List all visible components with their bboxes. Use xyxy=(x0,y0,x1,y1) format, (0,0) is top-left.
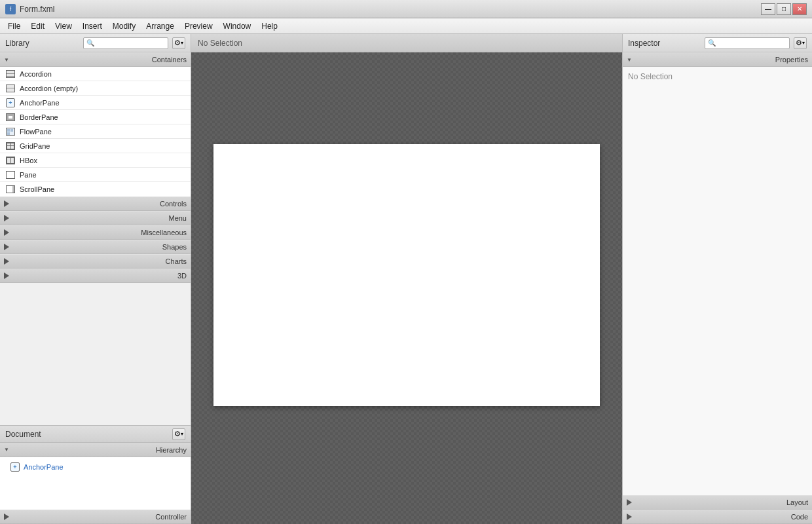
inspector-search-box[interactable]: 🔍 xyxy=(705,37,790,49)
controls-section-label: Controls xyxy=(160,200,187,208)
document-gear-button[interactable]: ⚙ ▾ xyxy=(172,428,185,440)
containers-section-label: Containers xyxy=(152,56,187,64)
hierarchy-section: ▼ Hierarchy + AnchorPane xyxy=(0,443,191,510)
accordion-icon xyxy=(5,69,16,79)
charts-section-label: Charts xyxy=(166,257,187,265)
menu-file[interactable]: File xyxy=(3,20,26,32)
charts-section-header[interactable]: Charts xyxy=(0,254,191,269)
containers-chevron-icon: ▼ xyxy=(4,57,9,63)
code-section-label: Code xyxy=(791,513,808,521)
window-title: Form.fxml xyxy=(20,5,54,14)
library-header: Library 🔍 ⚙ ▾ xyxy=(0,34,191,52)
flow-pane-icon xyxy=(5,126,16,137)
list-item[interactable]: Pane xyxy=(0,168,191,182)
app-icon: f xyxy=(5,4,16,14)
menu-modify[interactable]: Modify xyxy=(107,20,141,32)
properties-section-label: Properties xyxy=(775,56,808,64)
scroll-pane-icon xyxy=(5,184,16,195)
list-item[interactable]: Accordion (empty) xyxy=(0,81,191,96)
list-item[interactable]: BorderPane xyxy=(0,110,191,124)
design-canvas[interactable] xyxy=(213,144,600,406)
misc-section-header[interactable]: Miscellaneous xyxy=(0,225,191,240)
controller-label: Controller xyxy=(155,513,187,521)
gear-icon: ⚙ xyxy=(174,39,181,47)
accordion-empty-icon xyxy=(5,83,16,94)
3d-section-header[interactable]: 3D xyxy=(0,269,191,283)
document-gear-dropdown-icon: ▾ xyxy=(181,431,183,437)
hierarchy-content: + AnchorPane xyxy=(0,457,191,510)
anchor-pane-label: AnchorPane xyxy=(20,99,60,107)
document-section: Document ⚙ ▾ ▼ Hierarchy + Anc xyxy=(0,425,191,524)
hierarchy-chevron-icon: ▼ xyxy=(4,447,9,453)
inspector-gear-icon: ⚙ xyxy=(796,39,802,47)
maximize-button[interactable]: □ xyxy=(777,3,791,15)
document-header: Document ⚙ ▾ xyxy=(0,426,191,443)
controls-chevron-icon xyxy=(4,200,9,207)
library-content: ▼ Containers Accordion xyxy=(0,52,191,425)
list-item[interactable]: Accordion xyxy=(0,67,191,81)
list-item[interactable]: ScrollPane xyxy=(0,182,191,196)
inspector-gear-dropdown-icon: ▾ xyxy=(802,40,805,46)
3d-section-label: 3D xyxy=(177,272,187,280)
controls-section-header[interactable]: Controls xyxy=(0,196,191,211)
code-chevron-icon xyxy=(627,514,632,520)
border-pane-icon xyxy=(5,112,16,122)
controller-section-header[interactable]: Controller xyxy=(0,510,191,524)
menu-edit[interactable]: Edit xyxy=(26,20,50,32)
canvas-no-selection-label: No Selection xyxy=(198,39,242,48)
hierarchy-label: Hierarchy xyxy=(156,446,187,454)
menu-chevron-icon xyxy=(4,215,9,221)
inspector-no-selection: No Selection xyxy=(628,72,673,81)
inspector-title: Inspector xyxy=(628,39,701,48)
accordion-label: Accordion xyxy=(20,70,52,78)
minimize-button[interactable]: — xyxy=(761,3,775,15)
accordion-empty-label: Accordion (empty) xyxy=(20,84,78,92)
list-item[interactable]: + AnchorPane xyxy=(0,460,191,474)
canvas-area[interactable] xyxy=(191,52,622,524)
charts-chevron-icon xyxy=(4,258,9,265)
document-gear-icon: ⚙ xyxy=(174,430,181,438)
layout-section-label: Layout xyxy=(786,498,808,506)
inspector-content: No Selection xyxy=(623,67,812,495)
menu-preview[interactable]: Preview xyxy=(179,20,218,32)
library-search-box[interactable]: 🔍 xyxy=(83,37,168,49)
inspector-search-icon: 🔍 xyxy=(708,39,716,47)
menu-section-header[interactable]: Menu xyxy=(0,211,191,225)
close-button[interactable]: ✕ xyxy=(792,3,807,15)
inspector-header: Inspector 🔍 ⚙ ▾ xyxy=(623,34,812,52)
flow-pane-label: FlowPane xyxy=(20,128,52,136)
pane-label: Pane xyxy=(20,171,37,179)
hierarchy-header: ▼ Hierarchy xyxy=(0,443,191,457)
containers-section-header[interactable]: ▼ Containers xyxy=(0,52,191,67)
menu-arrange[interactable]: Arrange xyxy=(141,20,179,32)
left-panel: Library 🔍 ⚙ ▾ ▼ Containers xyxy=(0,34,191,524)
library-search-input[interactable] xyxy=(96,39,165,47)
controller-chevron-icon xyxy=(4,514,9,520)
inspector-bottom-sections: Layout Code xyxy=(623,495,812,524)
inspector-gear-button[interactable]: ⚙ ▾ xyxy=(794,37,807,49)
list-item[interactable]: + AnchorPane xyxy=(0,96,191,110)
shapes-section-header[interactable]: Shapes xyxy=(0,240,191,254)
list-item[interactable]: FlowPane xyxy=(0,124,191,139)
scroll-pane-label: ScrollPane xyxy=(20,185,54,193)
code-section-header[interactable]: Code xyxy=(623,510,812,524)
grid-pane-icon xyxy=(5,141,16,151)
layout-section-header[interactable]: Layout xyxy=(623,495,812,510)
menu-window[interactable]: Window xyxy=(218,20,257,32)
canvas-header: No Selection xyxy=(191,34,622,52)
pane-icon xyxy=(5,170,16,180)
containers-items-list: Accordion Accordion (empty) + xyxy=(0,67,191,196)
anchor-pane-icon: + xyxy=(5,98,16,108)
hbox-label: HBox xyxy=(20,157,37,164)
inspector-search-input[interactable] xyxy=(718,39,786,47)
search-icon: 🔍 xyxy=(86,39,94,47)
properties-section-header[interactable]: ▼ Properties xyxy=(623,52,812,67)
list-item[interactable]: HBox xyxy=(0,153,191,168)
document-title: Document xyxy=(5,430,172,439)
menu-section-label: Menu xyxy=(168,214,187,222)
menu-insert[interactable]: Insert xyxy=(77,20,107,32)
menu-help[interactable]: Help xyxy=(256,20,283,32)
list-item[interactable]: GridPane xyxy=(0,139,191,153)
library-gear-button[interactable]: ⚙ ▾ xyxy=(172,37,185,49)
menu-view[interactable]: View xyxy=(50,20,77,32)
